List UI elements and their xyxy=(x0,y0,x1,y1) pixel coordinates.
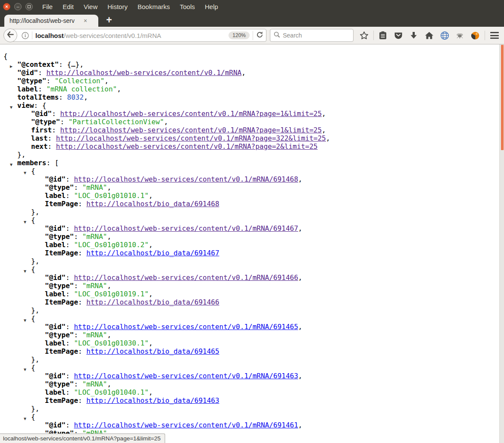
json-line: "@id": http://localhost/web-services/con… xyxy=(0,323,504,331)
menu-file[interactable]: File xyxy=(42,3,53,10)
json-line: ItemPage: http://localhost/bio_data/6914… xyxy=(0,396,504,405)
window-maximize-button[interactable] xyxy=(25,3,33,10)
json-punct: , xyxy=(107,380,112,388)
json-line: "@id": http://localhost/web-services/con… xyxy=(0,69,504,77)
json-link[interactable]: http://localhost/bio_data/691468 xyxy=(86,200,219,208)
json-link[interactable]: http://localhost/web-services/content/v0… xyxy=(56,134,326,142)
json-link[interactable]: http://localhost/web-services/content/v0… xyxy=(74,421,298,429)
window-minimize-button[interactable]: – xyxy=(14,3,22,10)
zoom-level-indicator[interactable]: 120% xyxy=(229,31,250,39)
bookmark-star-icon[interactable] xyxy=(358,29,370,41)
search-bar[interactable] xyxy=(270,29,354,42)
json-link[interactable]: http://localhost/web-services/content/v0… xyxy=(74,224,298,232)
json-punct: , xyxy=(117,85,121,93)
menu-history[interactable]: History xyxy=(107,3,128,10)
home-icon[interactable] xyxy=(423,29,435,41)
window-close-button[interactable]: × xyxy=(3,3,10,10)
extension-orange-icon[interactable] xyxy=(470,29,482,41)
scrollbar-track[interactable] xyxy=(499,44,504,443)
json-number: 8032 xyxy=(67,93,84,101)
download-icon[interactable] xyxy=(408,29,420,41)
json-punct: : xyxy=(66,388,74,396)
json-line: { xyxy=(0,52,504,60)
json-punct: : xyxy=(78,347,86,355)
json-key: ItemPage xyxy=(45,396,78,405)
json-punct: : xyxy=(66,241,74,249)
json-link[interactable]: http://localhost/bio_data/691467 xyxy=(86,249,219,257)
pocket-icon[interactable] xyxy=(392,29,404,41)
json-line: "@type": "mRNA", xyxy=(0,380,504,388)
json-line: "@id": http://localhost/web-services/con… xyxy=(0,175,504,183)
json-key: "@id" xyxy=(17,69,38,77)
json-line: totalItems: 8032, xyxy=(0,93,504,101)
menu-hamburger-icon[interactable] xyxy=(488,29,501,41)
menu-help[interactable]: Help xyxy=(205,3,218,10)
json-punct: , xyxy=(241,69,246,77)
json-key: label xyxy=(45,388,66,396)
json-punct: { xyxy=(31,216,35,224)
json-link[interactable]: http://localhost/web-services/content/v0… xyxy=(74,273,298,282)
json-line: }, xyxy=(0,306,504,314)
json-punct: : xyxy=(66,290,74,298)
json-punct: , xyxy=(298,175,303,183)
json-link[interactable]: http://localhost/web-services/content/v0… xyxy=(46,69,241,77)
url-bar[interactable]: localhost/web-services/content/v0.1/mRNA… xyxy=(10,29,266,42)
json-line: ▼{ xyxy=(0,216,504,224)
json-key: ItemPage xyxy=(45,298,78,306)
json-link[interactable]: http://localhost/bio_data/691465 xyxy=(86,347,219,355)
json-key: label xyxy=(45,339,66,347)
scrollbar-thumb[interactable] xyxy=(501,45,504,150)
url-host: localhost xyxy=(35,32,64,39)
search-icon xyxy=(274,31,280,40)
extension-fly-icon[interactable] xyxy=(454,29,466,41)
json-punct: , xyxy=(84,93,88,101)
json-punct: : xyxy=(38,85,46,93)
json-link[interactable]: http://localhost/web-services/content/v0… xyxy=(74,372,298,380)
json-link[interactable]: http://localhost/bio_data/691463 xyxy=(86,396,219,405)
site-info-icon[interactable] xyxy=(21,29,29,41)
json-line: }, xyxy=(0,208,504,216)
menu-edit[interactable]: Edit xyxy=(63,3,74,10)
json-string: "PartialCollectionView" xyxy=(69,118,164,126)
json-link[interactable]: http://localhost/web-services/content/v0… xyxy=(56,142,318,151)
browser-tab[interactable]: http://localhost/web-serv × xyxy=(4,15,98,27)
url-text[interactable]: localhost/web-services/content/v0.1/mRNA xyxy=(35,32,229,39)
search-input[interactable] xyxy=(283,32,350,39)
json-link[interactable]: http://localhost/bio_data/691466 xyxy=(86,298,219,306)
json-line: ▼{ xyxy=(0,364,504,372)
tab-close-icon[interactable]: × xyxy=(84,18,87,24)
json-line: ▼{ xyxy=(0,314,504,323)
reload-button[interactable] xyxy=(253,31,263,40)
json-punct: : xyxy=(74,183,82,192)
navigation-toolbar: localhost/web-services/content/v0.1/mRNA… xyxy=(0,27,504,44)
json-line: "@id": http://localhost/web-services/con… xyxy=(0,110,504,118)
json-line: "@type": "mRNA", xyxy=(0,183,504,192)
new-tab-button[interactable]: + xyxy=(103,14,116,26)
json-string: "Collection" xyxy=(55,77,105,85)
json-punct: , xyxy=(149,290,153,298)
json-punct: , xyxy=(107,232,112,241)
json-link[interactable]: http://localhost/web-services/content/v0… xyxy=(60,126,322,134)
json-string: "mRNA" xyxy=(82,183,107,192)
json-punct: : xyxy=(66,224,74,232)
menu-bookmarks[interactable]: Bookmarks xyxy=(138,3,170,10)
json-punct: : xyxy=(38,69,46,77)
json-punct: : xyxy=(78,249,86,257)
menu-tools[interactable]: Tools xyxy=(180,3,195,10)
back-button[interactable] xyxy=(3,28,17,42)
page-content: {▶"@context": {…},"@id": http://localhos… xyxy=(0,44,504,443)
globe-icon[interactable] xyxy=(438,29,451,41)
menu-view[interactable]: View xyxy=(84,3,97,10)
back-arrow-icon xyxy=(6,31,14,40)
json-string: "mRNA" xyxy=(82,380,107,388)
json-link[interactable]: http://localhost/web-services/content/v0… xyxy=(60,110,322,118)
json-link[interactable]: http://localhost/web-services/content/v0… xyxy=(74,323,298,331)
json-punct: }, xyxy=(31,405,39,413)
json-link[interactable]: http://localhost/web-services/content/v0… xyxy=(74,175,298,183)
json-key: first xyxy=(31,126,52,134)
bookmarks-list-icon[interactable] xyxy=(377,29,389,41)
json-line: ▶"@context": {…}, xyxy=(0,60,504,69)
json-punct: : xyxy=(66,273,74,282)
json-key: ItemPage xyxy=(45,200,78,208)
json-line: ItemPage: http://localhost/bio_data/6914… xyxy=(0,249,504,257)
